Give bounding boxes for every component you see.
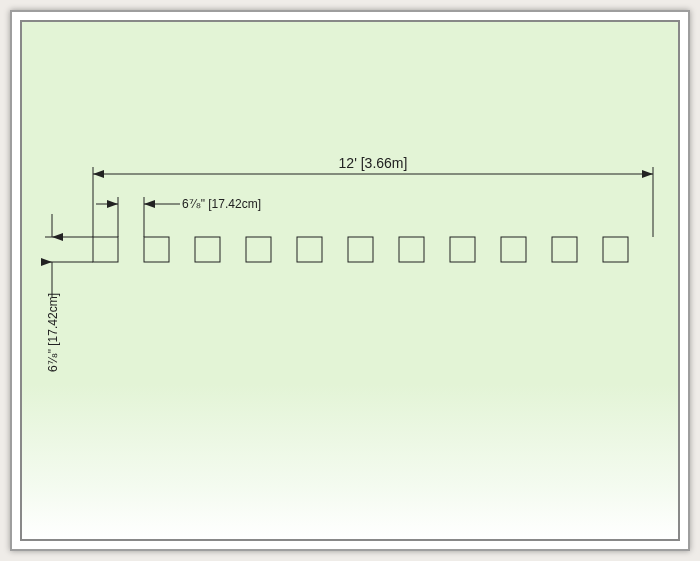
dim-overall-width-label: 12' [3.66m] <box>339 155 408 171</box>
technical-drawing: 12' [3.66m] 6⁷⁄₈" [17.42cm] 6⁷⁄₈" [17.42… <box>22 22 678 539</box>
box <box>501 237 526 262</box>
drawing-canvas: 12' [3.66m] 6⁷⁄₈" [17.42cm] 6⁷⁄₈" [17.42… <box>20 20 680 541</box>
box <box>399 237 424 262</box>
box <box>195 237 220 262</box>
box <box>297 237 322 262</box>
box <box>144 237 169 262</box>
dim-gap-width: 6⁷⁄₈" [17.42cm] <box>96 197 261 237</box>
box <box>552 237 577 262</box>
dim-overall-width: 12' [3.66m] <box>93 155 653 237</box>
dim-height: 6⁷⁄₈" [17.42cm] <box>45 214 93 372</box>
box <box>246 237 271 262</box>
dim-gap-width-label: 6⁷⁄₈" [17.42cm] <box>182 197 261 211</box>
box <box>603 237 628 262</box>
box <box>93 237 118 262</box>
box <box>450 237 475 262</box>
box-row <box>93 237 628 262</box>
picture-frame: 12' [3.66m] 6⁷⁄₈" [17.42cm] 6⁷⁄₈" [17.42… <box>10 10 690 551</box>
box <box>348 237 373 262</box>
dim-height-label: 6⁷⁄₈" [17.42cm] <box>46 293 60 372</box>
